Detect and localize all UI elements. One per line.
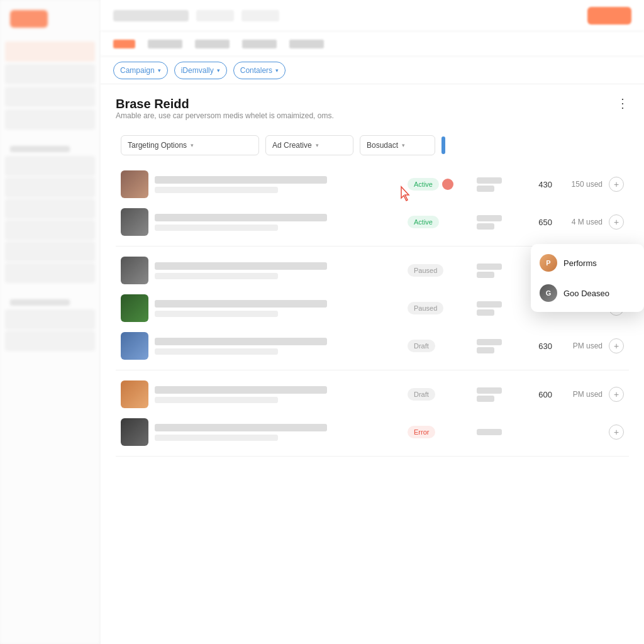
- status-dot-1: [442, 179, 453, 190]
- table-row: Draft 630 PM used +: [116, 327, 629, 365]
- row-product-6: [477, 387, 521, 402]
- tabs-row: [101, 31, 644, 57]
- tab-reports[interactable]: [195, 40, 230, 48]
- status-pill-5: Draft: [408, 340, 435, 352]
- row-subtitle-6: [155, 397, 278, 403]
- tab-audiences[interactable]: [242, 40, 277, 48]
- row-subtitle-7: [155, 435, 278, 441]
- product-bar-3b: [477, 272, 494, 278]
- row-add-button-5[interactable]: +: [609, 338, 624, 353]
- col-filter-ad-creative[interactable]: Ad Creative ▾: [265, 135, 353, 155]
- row-status-5: Draft: [408, 340, 470, 352]
- row-status-6: Draft: [408, 388, 470, 401]
- col-ad-creative-label: Ad Creative: [272, 141, 312, 150]
- sidebar-item-5[interactable]: [5, 156, 95, 176]
- row-used-2: 4 M used: [558, 218, 602, 226]
- row-add-button-6[interactable]: +: [609, 387, 624, 402]
- sidebar-item-11[interactable]: [5, 309, 95, 330]
- row-used-5: PM used: [558, 341, 602, 350]
- more-options-button[interactable]: ⋮: [616, 97, 629, 109]
- status-pill-1: Active: [408, 178, 439, 191]
- dropdown-item-goo[interactable]: G Goo Deaseo: [531, 278, 644, 308]
- col-filter-bosudact[interactable]: Bosudact ▾: [360, 135, 435, 155]
- sidebar-item-8[interactable]: [5, 220, 95, 240]
- filter-campaign[interactable]: Campaign ▾: [113, 62, 168, 79]
- tab-details[interactable]: [113, 40, 135, 48]
- product-bar-7a: [477, 429, 502, 435]
- status-pill-3: Paused: [408, 264, 443, 277]
- row-subtitle-1: [155, 187, 278, 193]
- col-ad-creative-chevron: ▾: [316, 142, 319, 148]
- row-thumbnail-1: [121, 170, 148, 198]
- filter-contalers[interactable]: Contalers ▾: [233, 62, 286, 79]
- col-filter-targeting[interactable]: Targeting Options ▾: [121, 135, 259, 155]
- avatar-performs: P: [540, 254, 557, 272]
- col-indicator: [441, 136, 445, 154]
- row-add-button-1[interactable]: +: [609, 177, 624, 192]
- status-pill-7: Error: [408, 426, 435, 438]
- filter-idemvally-label: iDemvally: [181, 66, 214, 75]
- sidebar-logo[interactable]: [10, 10, 48, 28]
- dropdown-label-performs: Performs: [564, 258, 597, 268]
- dropdown-item-performs[interactable]: P Performs: [531, 248, 644, 278]
- sidebar-item-7[interactable]: [5, 199, 95, 219]
- tab-budget[interactable]: [289, 40, 324, 48]
- sidebar-item-3[interactable]: [5, 87, 95, 107]
- row-info-6: [155, 386, 401, 403]
- content-area: Brase Reidd Amable are, use car perverso…: [101, 84, 644, 644]
- filter-idemvally[interactable]: iDemvally ▾: [174, 62, 227, 79]
- sidebar-item-6[interactable]: [5, 177, 95, 197]
- topbar-spacer-2: [242, 10, 279, 21]
- row-thumbnail-5: [121, 332, 148, 360]
- tab-analytics[interactable]: [148, 40, 182, 48]
- product-bar-3a: [477, 264, 502, 270]
- row-add-button-7[interactable]: +: [609, 425, 624, 440]
- sidebar-item-12[interactable]: [5, 331, 95, 351]
- row-product-3: [477, 264, 521, 278]
- row-title-4: [155, 300, 327, 308]
- filter-contalers-chevron: ▾: [275, 67, 279, 74]
- sidebar-section-label: [10, 146, 70, 152]
- row-product-1: [477, 177, 521, 192]
- row-subtitle-5: [155, 348, 278, 355]
- product-bar-2b: [477, 223, 494, 230]
- row-info-3: [155, 262, 401, 279]
- product-bar-2a: [477, 215, 502, 221]
- col-bosudact-label: Bosudact: [367, 141, 398, 150]
- status-pill-4: Paused: [408, 302, 443, 314]
- row-add-button-2[interactable]: +: [609, 214, 624, 230]
- row-number-2: 650: [527, 218, 552, 227]
- product-bar-5a: [477, 339, 502, 345]
- sidebar-item-10[interactable]: [5, 263, 95, 283]
- row-title-3: [155, 262, 327, 270]
- row-info-7: [155, 424, 401, 441]
- dropdown-popup: P Performs G Goo Deaseo: [531, 244, 644, 312]
- filter-campaign-label: Campaign: [120, 66, 155, 75]
- topbar-title-bar: [113, 10, 189, 21]
- sidebar: [0, 0, 101, 644]
- row-info-5: [155, 338, 401, 355]
- product-bar-1a: [477, 177, 502, 184]
- col-targeting-label: Targeting Options: [128, 141, 187, 150]
- row-used-1: 150 used: [558, 180, 602, 189]
- table-row: Active 430 150 used +: [116, 165, 629, 203]
- table-row: Draft 600 PM used +: [116, 375, 629, 413]
- row-thumbnail-4: [121, 294, 148, 322]
- row-subtitle-2: [155, 225, 278, 231]
- row-title-1: [155, 176, 327, 184]
- row-thumbnail-2: [121, 208, 148, 236]
- sidebar-item-1[interactable]: [5, 42, 95, 62]
- dropdown-label-goo: Goo Deaseo: [564, 289, 609, 298]
- add-new-button[interactable]: [587, 7, 631, 25]
- section-title: Brase Reidd: [116, 97, 334, 111]
- avatar-goo: G: [540, 284, 557, 302]
- table-section-1: Active 430 150 used +: [116, 160, 629, 247]
- sidebar-item-2[interactable]: [5, 64, 95, 84]
- row-product-7: [477, 429, 521, 435]
- section-subtitle: Amable are, use car perversom medis whel…: [116, 111, 334, 120]
- sidebar-item-4[interactable]: [5, 109, 95, 130]
- row-thumbnail-7: [121, 418, 148, 446]
- col-targeting-chevron: ▾: [191, 142, 194, 148]
- sidebar-item-9[interactable]: [5, 242, 95, 262]
- row-title-5: [155, 338, 327, 345]
